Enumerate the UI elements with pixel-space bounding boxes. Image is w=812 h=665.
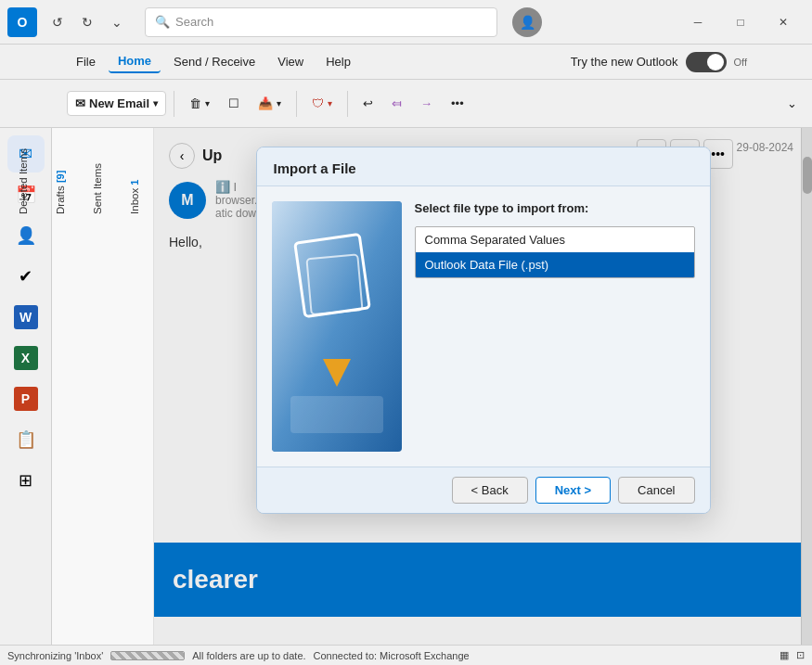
nav-tasks[interactable]: ✔	[7, 258, 45, 295]
undo-arrow-button[interactable]: ↩	[355, 92, 380, 115]
folder-deleted[interactable]: Deleted Items	[12, 145, 34, 218]
import-dialog: Import a File	[256, 147, 711, 514]
view-toggle-1[interactable]: ▦	[780, 649, 789, 661]
toggle-knob	[707, 54, 724, 70]
titlebar-controls: ↺ ↻ ⌄	[45, 9, 130, 35]
next-dialog-button[interactable]: Next >	[535, 477, 611, 504]
toolbar: ✉ New Email ▾ 🗑 ▾ ☐ 📥 ▾ 🛡 ▾ ↩ ⤆ → ••• ⌄	[0, 80, 812, 128]
search-placeholder: Search	[175, 15, 213, 29]
dialog-overlay: Import a File	[154, 128, 812, 645]
nav-word[interactable]: W	[7, 299, 45, 336]
view-toggle-2[interactable]: ⊡	[796, 649, 805, 661]
main-layout: ✉ 📅 👤 ✔ W X P 📋 ⊞ Inbox 1 Sent Items Dra…	[0, 128, 812, 645]
more-button[interactable]: ⌄	[104, 9, 130, 35]
account-icon[interactable]: 👤	[512, 7, 542, 37]
svg-rect-4	[290, 396, 383, 433]
separator-3	[347, 91, 348, 117]
move-button[interactable]: 📥 ▾	[251, 92, 289, 115]
shield-button[interactable]: 🛡 ▾	[304, 92, 340, 115]
menu-help[interactable]: Help	[316, 51, 360, 72]
back-dialog-button[interactable]: < Back	[452, 477, 528, 504]
connection-status: Connected to: Microsoft Exchange	[314, 650, 470, 661]
redo-arrow-button[interactable]: →	[413, 92, 440, 115]
minimize-button[interactable]: ─	[677, 7, 719, 37]
delete-button[interactable]: 🗑 ▾	[182, 92, 217, 115]
nav-powerpoint[interactable]: P	[7, 380, 45, 417]
menu-view[interactable]: View	[268, 51, 313, 72]
dialog-body: Select file type to import from: Comma S…	[257, 186, 710, 467]
nav-people[interactable]: 👤	[7, 217, 45, 254]
new-email-button[interactable]: ✉ New Email ▾	[67, 91, 166, 116]
separator-2	[296, 91, 297, 117]
folders-status: All folders are up to date.	[192, 650, 305, 661]
dialog-right: Select file type to import from: Comma S…	[415, 201, 695, 452]
menu-file[interactable]: File	[67, 51, 105, 72]
file-type-label: Select file type to import from:	[415, 201, 695, 215]
titlebar: O ↺ ↻ ⌄ 🔍 Search 👤 ─ □ ✕	[0, 0, 812, 45]
archive-button[interactable]: ☐	[221, 92, 247, 115]
search-icon: 🔍	[155, 15, 170, 29]
outlook-logo: O	[7, 7, 37, 37]
try-outlook-toggle[interactable]	[686, 52, 727, 72]
file-type-csv[interactable]: Comma Separated Values	[416, 227, 694, 252]
sync-label: Synchronizing 'Inbox'	[7, 650, 103, 661]
nav-clipboard[interactable]: 📋	[7, 421, 45, 458]
toggle-label: Off	[734, 57, 747, 68]
try-outlook-section: Try the new Outlook Off	[571, 52, 747, 72]
dialog-footer: < Back Next > Cancel	[257, 467, 710, 513]
sync-progress	[110, 651, 185, 660]
menubar: File Home Send / Receive View Help Try t…	[0, 45, 812, 80]
undo-all-button[interactable]: ⤆	[384, 92, 409, 115]
dropdown-icon: ▾	[153, 98, 158, 109]
undo-button[interactable]: ↺	[45, 9, 71, 35]
folder-list: Inbox 1 Sent Items Drafts [9] Deleted It…	[52, 135, 153, 227]
nav-excel[interactable]: X	[7, 339, 45, 377]
expand-toolbar-button[interactable]: ⌄	[780, 92, 805, 115]
dialog-graphic	[272, 201, 402, 452]
folder-panel: Inbox 1 Sent Items Drafts [9] Deleted It…	[52, 128, 154, 645]
folder-drafts[interactable]: Drafts [9]	[49, 145, 71, 218]
menu-send-receive[interactable]: Send / Receive	[164, 51, 264, 72]
new-email-label: New Email	[89, 96, 149, 110]
dialog-title: Import a File	[257, 147, 710, 186]
file-type-pst[interactable]: Outlook Data File (.pst)	[416, 252, 694, 277]
file-type-list: Comma Separated Values Outlook Data File…	[415, 226, 695, 278]
statusbar: Synchronizing 'Inbox' All folders are up…	[0, 645, 812, 665]
separator-1	[174, 91, 174, 117]
more-actions-button[interactable]: •••	[444, 92, 471, 115]
content-area: ‹ Up M ℹ️ I browser.atic download of som…	[154, 128, 812, 645]
maximize-button[interactable]: □	[719, 7, 762, 37]
cancel-dialog-button[interactable]: Cancel	[618, 477, 694, 504]
menu-home[interactable]: Home	[109, 50, 161, 73]
nav-grid[interactable]: ⊞	[7, 462, 45, 499]
search-bar[interactable]: 🔍 Search	[145, 7, 497, 37]
folder-sent[interactable]: Sent Items	[86, 145, 109, 218]
try-outlook-label: Try the new Outlook	[571, 55, 678, 69]
close-button[interactable]: ✕	[762, 7, 805, 37]
folder-inbox[interactable]: Inbox 1	[123, 145, 146, 218]
envelope-icon: ✉	[75, 96, 85, 110]
dialog-image	[272, 201, 402, 452]
window-controls: ─ □ ✕	[677, 7, 805, 37]
redo-button[interactable]: ↻	[74, 9, 100, 35]
